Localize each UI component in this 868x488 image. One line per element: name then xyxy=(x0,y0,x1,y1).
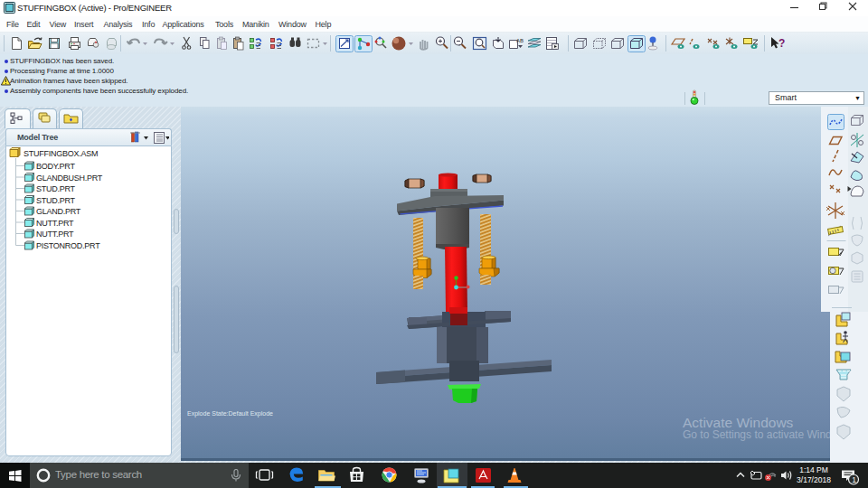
svg-text:?: ? xyxy=(778,37,785,50)
svg-text:STUD.PRT: STUD.PRT xyxy=(36,184,76,193)
svg-text:GLAND.PRT: GLAND.PRT xyxy=(36,207,81,216)
svg-text:STUD.PRT: STUD.PRT xyxy=(36,196,76,205)
svg-text:BODY.PRT: BODY.PRT xyxy=(36,162,75,171)
svg-text:STUFFINGBOX.ASM: STUFFINGBOX.ASM xyxy=(24,149,98,158)
svg-text:NUTT.PRT: NUTT.PRT xyxy=(36,219,74,228)
svg-text:PISTONROD.PRT: PISTONROD.PRT xyxy=(36,241,100,250)
svg-text:1: 1 xyxy=(852,475,856,484)
svg-text:NUTT.PRT: NUTT.PRT xyxy=(36,230,74,239)
svg-text:AB: AB xyxy=(516,38,524,43)
svg-text:GLANDBUSH.PRT: GLANDBUSH.PRT xyxy=(36,174,103,183)
